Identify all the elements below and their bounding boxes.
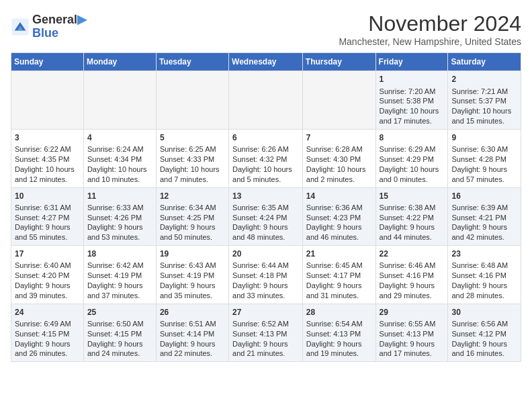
day-number: 9 bbox=[451, 132, 517, 143]
day-info: Sunrise: 6:52 AM Sunset: 4:13 PM Dayligh… bbox=[232, 319, 299, 359]
calendar-cell: 30Sunrise: 6:56 AM Sunset: 4:12 PM Dayli… bbox=[448, 304, 521, 362]
day-number: 29 bbox=[380, 307, 445, 318]
calendar-cell: 4Sunrise: 6:24 AM Sunset: 4:34 PM Daylig… bbox=[83, 129, 156, 187]
calendar-cell: 20Sunrise: 6:44 AM Sunset: 4:18 PM Dayli… bbox=[229, 246, 303, 304]
calendar-cell: 6Sunrise: 6:26 AM Sunset: 4:32 PM Daylig… bbox=[229, 129, 303, 187]
calendar-cell: 25Sunrise: 6:50 AM Sunset: 4:15 PM Dayli… bbox=[83, 304, 156, 362]
calendar-cell: 27Sunrise: 6:52 AM Sunset: 4:13 PM Dayli… bbox=[229, 304, 303, 362]
day-info: Sunrise: 6:26 AM Sunset: 4:32 PM Dayligh… bbox=[232, 144, 299, 184]
day-number: 21 bbox=[306, 248, 372, 259]
day-number: 30 bbox=[451, 307, 517, 318]
day-number: 28 bbox=[306, 307, 372, 318]
day-number: 10 bbox=[15, 191, 80, 201]
calendar-table: SundayMondayTuesdayWednesdayThursdayFrid… bbox=[11, 52, 521, 362]
logo: General▶ Blue bbox=[11, 13, 87, 40]
day-number: 18 bbox=[87, 248, 152, 259]
calendar-cell: 8Sunrise: 6:29 AM Sunset: 4:29 PM Daylig… bbox=[375, 129, 448, 187]
day-number: 6 bbox=[232, 132, 299, 143]
day-header-wednesday: Wednesday bbox=[229, 53, 303, 71]
calendar-cell: 11Sunrise: 6:33 AM Sunset: 4:26 PM Dayli… bbox=[83, 187, 156, 246]
day-number: 25 bbox=[87, 307, 152, 318]
day-header-monday: Monday bbox=[83, 53, 156, 71]
day-number: 19 bbox=[160, 248, 225, 259]
calendar-week-4: 17Sunrise: 6:40 AM Sunset: 4:20 PM Dayli… bbox=[11, 246, 521, 304]
day-info: Sunrise: 6:33 AM Sunset: 4:26 PM Dayligh… bbox=[87, 203, 152, 242]
calendar-cell: 21Sunrise: 6:45 AM Sunset: 4:17 PM Dayli… bbox=[302, 246, 375, 304]
calendar-cell: 3Sunrise: 6:22 AM Sunset: 4:35 PM Daylig… bbox=[11, 129, 84, 187]
day-info: Sunrise: 6:50 AM Sunset: 4:15 PM Dayligh… bbox=[87, 319, 152, 359]
calendar-cell: 29Sunrise: 6:55 AM Sunset: 4:13 PM Dayli… bbox=[375, 304, 448, 362]
calendar-cell: 9Sunrise: 6:30 AM Sunset: 4:28 PM Daylig… bbox=[448, 129, 521, 187]
calendar-cell: 1Sunrise: 7:20 AM Sunset: 5:38 PM Daylig… bbox=[375, 71, 448, 130]
day-header-tuesday: Tuesday bbox=[156, 53, 228, 71]
day-info: Sunrise: 6:35 AM Sunset: 4:24 PM Dayligh… bbox=[232, 203, 299, 242]
day-number: 27 bbox=[232, 307, 299, 318]
day-info: Sunrise: 6:30 AM Sunset: 4:28 PM Dayligh… bbox=[451, 144, 517, 184]
day-number: 4 bbox=[87, 132, 152, 143]
day-number: 20 bbox=[232, 248, 299, 259]
day-info: Sunrise: 6:22 AM Sunset: 4:35 PM Dayligh… bbox=[15, 144, 80, 184]
day-header-saturday: Saturday bbox=[448, 53, 521, 71]
calendar-cell: 16Sunrise: 6:39 AM Sunset: 4:21 PM Dayli… bbox=[448, 187, 521, 246]
calendar-cell: 22Sunrise: 6:46 AM Sunset: 4:16 PM Dayli… bbox=[375, 246, 448, 304]
calendar-cell: 7Sunrise: 6:28 AM Sunset: 4:30 PM Daylig… bbox=[302, 129, 375, 187]
calendar-week-3: 10Sunrise: 6:31 AM Sunset: 4:27 PM Dayli… bbox=[11, 187, 521, 246]
day-number: 8 bbox=[380, 132, 445, 143]
calendar-cell bbox=[156, 71, 228, 130]
day-info: Sunrise: 6:46 AM Sunset: 4:16 PM Dayligh… bbox=[380, 261, 445, 300]
day-info: Sunrise: 7:20 AM Sunset: 5:38 PM Dayligh… bbox=[380, 87, 445, 126]
calendar-cell: 24Sunrise: 6:49 AM Sunset: 4:15 PM Dayli… bbox=[11, 304, 84, 362]
day-number: 15 bbox=[380, 191, 445, 201]
calendar-cell bbox=[302, 71, 375, 130]
day-number: 11 bbox=[87, 191, 152, 201]
calendar-cell: 17Sunrise: 6:40 AM Sunset: 4:20 PM Dayli… bbox=[11, 246, 84, 304]
day-number: 13 bbox=[232, 191, 299, 201]
calendar-week-1: 1Sunrise: 7:20 AM Sunset: 5:38 PM Daylig… bbox=[11, 71, 521, 130]
day-number: 17 bbox=[15, 248, 80, 259]
day-number: 24 bbox=[15, 307, 80, 318]
calendar-cell: 10Sunrise: 6:31 AM Sunset: 4:27 PM Dayli… bbox=[11, 187, 84, 246]
day-number: 12 bbox=[160, 191, 225, 201]
header: General▶ Blue November 2024 Manchester, … bbox=[11, 11, 521, 47]
day-number: 26 bbox=[160, 307, 225, 318]
day-header-thursday: Thursday bbox=[302, 53, 375, 71]
day-info: Sunrise: 6:55 AM Sunset: 4:13 PM Dayligh… bbox=[380, 319, 445, 359]
day-info: Sunrise: 6:44 AM Sunset: 4:18 PM Dayligh… bbox=[232, 261, 299, 300]
calendar-cell: 26Sunrise: 6:51 AM Sunset: 4:14 PM Dayli… bbox=[156, 304, 228, 362]
day-info: Sunrise: 6:51 AM Sunset: 4:14 PM Dayligh… bbox=[160, 319, 225, 359]
day-info: Sunrise: 6:24 AM Sunset: 4:34 PM Dayligh… bbox=[87, 144, 152, 184]
calendar-cell: 18Sunrise: 6:42 AM Sunset: 4:19 PM Dayli… bbox=[83, 246, 156, 304]
day-info: Sunrise: 6:36 AM Sunset: 4:23 PM Dayligh… bbox=[306, 203, 372, 242]
calendar-cell: 15Sunrise: 6:38 AM Sunset: 4:22 PM Dayli… bbox=[375, 187, 448, 246]
day-info: Sunrise: 6:25 AM Sunset: 4:33 PM Dayligh… bbox=[160, 144, 225, 184]
day-info: Sunrise: 6:48 AM Sunset: 4:16 PM Dayligh… bbox=[451, 261, 517, 300]
calendar-cell: 14Sunrise: 6:36 AM Sunset: 4:23 PM Dayli… bbox=[302, 187, 375, 246]
calendar-cell: 2Sunrise: 7:21 AM Sunset: 5:37 PM Daylig… bbox=[448, 71, 521, 130]
day-info: Sunrise: 6:43 AM Sunset: 4:19 PM Dayligh… bbox=[160, 261, 225, 300]
day-info: Sunrise: 6:39 AM Sunset: 4:21 PM Dayligh… bbox=[451, 203, 517, 242]
day-number: 16 bbox=[451, 191, 517, 201]
day-header-friday: Friday bbox=[375, 53, 448, 71]
day-number: 2 bbox=[451, 74, 517, 85]
day-info: Sunrise: 6:29 AM Sunset: 4:29 PM Dayligh… bbox=[380, 144, 445, 184]
day-info: Sunrise: 6:38 AM Sunset: 4:22 PM Dayligh… bbox=[380, 203, 445, 242]
logo-text: General▶ Blue bbox=[32, 13, 87, 40]
logo-icon bbox=[11, 17, 30, 36]
calendar-cell bbox=[11, 71, 84, 130]
day-info: Sunrise: 6:56 AM Sunset: 4:12 PM Dayligh… bbox=[451, 319, 517, 359]
calendar-week-2: 3Sunrise: 6:22 AM Sunset: 4:35 PM Daylig… bbox=[11, 129, 521, 187]
day-number: 14 bbox=[306, 191, 372, 201]
calendar-cell: 23Sunrise: 6:48 AM Sunset: 4:16 PM Dayli… bbox=[448, 246, 521, 304]
day-header-sunday: Sunday bbox=[11, 53, 84, 71]
calendar-cell bbox=[83, 71, 156, 130]
day-info: Sunrise: 6:28 AM Sunset: 4:30 PM Dayligh… bbox=[306, 144, 372, 184]
main-title: November 2024 bbox=[339, 11, 521, 36]
calendar-cell: 13Sunrise: 6:35 AM Sunset: 4:24 PM Dayli… bbox=[229, 187, 303, 246]
day-info: Sunrise: 6:49 AM Sunset: 4:15 PM Dayligh… bbox=[15, 319, 80, 359]
title-block: November 2024 Manchester, New Hampshire,… bbox=[339, 11, 521, 47]
day-number: 23 bbox=[451, 248, 517, 259]
calendar-cell: 5Sunrise: 6:25 AM Sunset: 4:33 PM Daylig… bbox=[156, 129, 228, 187]
day-info: Sunrise: 6:40 AM Sunset: 4:20 PM Dayligh… bbox=[15, 261, 80, 300]
header-row: SundayMondayTuesdayWednesdayThursdayFrid… bbox=[11, 53, 521, 71]
day-number: 7 bbox=[306, 132, 372, 143]
